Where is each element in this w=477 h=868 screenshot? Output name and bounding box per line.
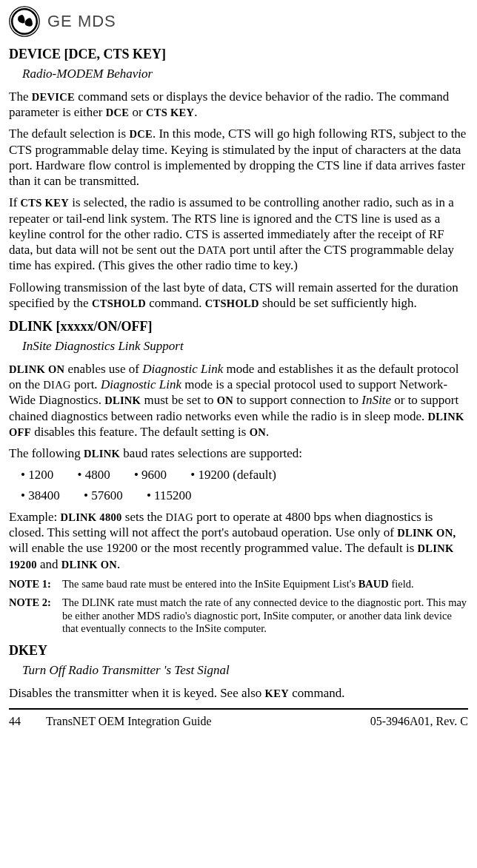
note-2-text: The DLINK rate must match the rate of an… [62,596,468,635]
dlink-title: DLINK [xxxxx/ON/OFF] [9,318,468,335]
dlink-subtitle: InSite Diagnostics Link Support [22,338,468,354]
note-2-label: NOTE 2: [9,596,62,635]
device-p1: The DEVICE command sets or displays the … [9,89,468,121]
device-title: DEVICE [DCE, CTS KEY] [9,46,468,63]
dkey-subtitle: Turn Off Radio Transmitter 's Test Signa… [22,662,468,678]
logo-bar: GE MDS [9,6,468,37]
baud-9600: • 9600 [134,467,167,482]
dlink-p1: DLINK ON enables use of Diagnostic Link … [9,361,468,440]
baud-115200: • 115200 [147,488,192,503]
baud-row-1: • 1200 • 4800 • 9600 • 19200 (default) [21,467,468,482]
baud-19200: • 19200 (default) [190,467,276,482]
ge-logo-icon [9,6,40,37]
note-2: NOTE 2: The DLINK rate must match the ra… [9,596,468,635]
baud-1200: • 1200 [21,467,53,482]
baud-row-2: • 38400 • 57600 • 115200 [21,488,468,503]
note-1-label: NOTE 1: [9,578,62,591]
dlink-p3: Example: DLINK 4800 sets the DIAG port t… [9,509,468,572]
note-1-text: The same baud rate must be entered into … [62,578,468,591]
baud-57600: • 57600 [84,488,123,503]
dkey-p1: Disables the transmitter when it is keye… [9,685,468,701]
footer-page-number: 44 [9,714,46,729]
device-p2: The default selection is DCE. In this mo… [9,126,468,189]
brand-text: GE MDS [47,11,116,32]
device-subtitle: Radio-MODEM Behavior [22,66,468,81]
footer-doc-rev: 05-3946A01, Rev. C [370,714,468,729]
footer-doc-title: TransNET OEM Integration Guide [46,714,370,729]
baud-4800: • 4800 [77,467,110,482]
page-footer: 44 TransNET OEM Integration Guide 05-394… [9,708,468,729]
device-p3: If CTS KEY is selected, the radio is ass… [9,195,468,273]
dlink-p2: The following DLINK baud rates selection… [9,445,468,461]
baud-38400: • 38400 [21,488,60,503]
device-p4: Following transmission of the last byte … [9,280,468,312]
dkey-title: DKEY [9,642,468,659]
note-1: NOTE 1: The same baud rate must be enter… [9,578,468,591]
